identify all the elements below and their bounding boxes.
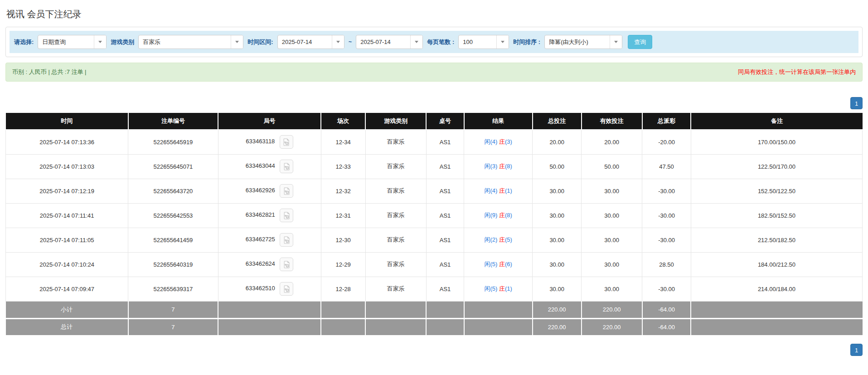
total-payout: -64.00: [642, 318, 691, 336]
query-type-select[interactable]: 日期查询: [38, 35, 107, 49]
cell-valid-bet: 50.00: [582, 154, 642, 179]
cell-total-bet[interactable]: 30.00: [533, 277, 582, 301]
table-header: 时间 注单编号 局号 场次 游戏类别 桌号 结果 总投注 有效投注 总派彩 备注: [6, 113, 863, 130]
chevron-down-icon[interactable]: [610, 35, 622, 49]
round-id-value: 633462624: [246, 260, 275, 267]
col-header-valid-bet: 有效投注: [582, 113, 642, 130]
result-banker: 庄: [499, 212, 505, 219]
table-row: 2025-07-14 07:12:19522655643720633462926…: [6, 179, 863, 203]
pagination-page-1[interactable]: 1: [850, 97, 863, 109]
cell-round-id: 633462725: [218, 228, 321, 252]
cell-session: 12-28: [321, 277, 365, 301]
cell-bet-id: 522655640319: [128, 252, 218, 277]
total-empty: [218, 318, 321, 336]
cell-time: 2025-07-14 07:09:47: [6, 277, 128, 301]
video-replay-button[interactable]: [280, 233, 293, 247]
game-type-value: 百家乐: [139, 38, 231, 46]
cell-remark: 214.00/184.00: [691, 277, 862, 301]
chevron-down-icon[interactable]: [94, 35, 106, 49]
cell-time: 2025-07-14 07:10:24: [6, 252, 128, 277]
cell-session: 12-32: [321, 179, 365, 203]
video-icon: [283, 187, 291, 195]
table-row: 2025-07-14 07:11:41522655642553633462821…: [6, 203, 863, 228]
cell-bet-id: 522655643720: [128, 179, 218, 203]
chevron-down-icon[interactable]: [496, 35, 509, 49]
subtotal-label: 小计: [6, 301, 128, 318]
cell-total-bet[interactable]: 30.00: [533, 179, 582, 203]
round-id-value: 633463118: [246, 138, 275, 145]
result-banker: 庄: [499, 138, 505, 145]
subtotal-valid-bet: 220.00: [582, 301, 642, 318]
cell-result: 闲(5) 庄(1): [464, 277, 533, 301]
sort-order-value: 降冪(由大到小): [545, 38, 610, 46]
cell-remark: 182.50/152.50: [691, 203, 862, 228]
video-replay-button[interactable]: [280, 282, 293, 296]
chevron-down-icon[interactable]: [332, 35, 344, 49]
video-icon: [283, 236, 291, 244]
result-banker: 庄: [499, 261, 505, 268]
result-banker: 庄: [499, 187, 505, 194]
subtotal-empty: [426, 301, 464, 318]
result-banker-score: (1): [505, 285, 512, 292]
date-from-select[interactable]: 2025-07-14: [277, 35, 344, 49]
video-replay-button[interactable]: [280, 135, 293, 149]
cell-total-bet[interactable]: 30.00: [533, 203, 582, 228]
page-size-label: 每页笔数 :: [427, 38, 454, 46]
cell-total-bet[interactable]: 30.00: [533, 228, 582, 252]
page-size-select[interactable]: 100: [458, 35, 509, 49]
cell-table-id: AS1: [426, 130, 464, 154]
result-banker: 庄: [499, 163, 505, 170]
sort-order-label: 时间排序 :: [513, 38, 540, 46]
col-header-bet-id: 注单编号: [128, 113, 218, 130]
cell-valid-bet: 30.00: [582, 252, 642, 277]
cell-bet-id: 522655645919: [128, 130, 218, 154]
subtotal-empty: [321, 301, 365, 318]
cell-result: 闲(4) 庄(3): [464, 130, 533, 154]
cell-total-bet[interactable]: 30.00: [533, 252, 582, 277]
cell-time: 2025-07-14 07:13:36: [6, 130, 128, 154]
result-player: 闲(5): [485, 285, 499, 292]
cell-round-id: 633462510: [218, 277, 321, 301]
video-replay-button[interactable]: [280, 209, 293, 222]
video-replay-button[interactable]: [280, 184, 293, 198]
total-empty: [365, 318, 426, 336]
game-type-label: 游戏类别: [111, 38, 134, 46]
subtotal-row: 小计 7 220.00 220.00 -64.00: [6, 301, 863, 318]
game-type-select[interactable]: 百家乐: [138, 35, 243, 49]
chevron-down-icon[interactable]: [410, 35, 422, 49]
video-replay-button[interactable]: [280, 160, 293, 173]
date-to-select[interactable]: 2025-07-14: [356, 35, 423, 49]
cell-valid-bet: 30.00: [582, 203, 642, 228]
date-to-value: 2025-07-14: [356, 39, 410, 45]
currency-total-text: 币别 : 人民币 | 总共 :7 注单 |: [12, 68, 87, 76]
table-body: 2025-07-14 07:13:36522655645919633463118…: [6, 130, 863, 301]
cell-session: 12-31: [321, 203, 365, 228]
cell-game-type: 百家乐: [365, 130, 426, 154]
search-button[interactable]: 查询: [628, 35, 652, 49]
bet-records-table: 时间 注单编号 局号 场次 游戏类别 桌号 结果 总投注 有效投注 总派彩 备注…: [5, 113, 863, 336]
cell-time: 2025-07-14 07:11:05: [6, 228, 128, 252]
cell-result: 闲(9) 庄(8): [464, 203, 533, 228]
cell-session: 12-33: [321, 154, 365, 179]
pagination-page-1[interactable]: 1: [850, 344, 863, 356]
cell-valid-bet: 30.00: [582, 179, 642, 203]
chevron-down-icon[interactable]: [231, 35, 243, 49]
cell-bet-id: 522655641459: [128, 228, 218, 252]
table-row: 2025-07-14 07:13:03522655645071633463044…: [6, 154, 863, 179]
video-icon: [283, 163, 291, 170]
col-header-result: 结果: [464, 113, 533, 130]
table-row: 2025-07-14 07:13:36522655645919633463118…: [6, 130, 863, 154]
cell-game-type: 百家乐: [365, 203, 426, 228]
result-banker-score: (3): [505, 138, 512, 145]
cell-valid-bet: 20.00: [582, 130, 642, 154]
cell-remark: 184.00/212.50: [691, 252, 862, 277]
cell-total-bet[interactable]: 50.00: [533, 154, 582, 179]
col-header-game-type: 游戏类别: [365, 113, 426, 130]
cell-bet-id: 522655639317: [128, 277, 218, 301]
cell-result: 闲(4) 庄(1): [464, 179, 533, 203]
cell-remark: 170.00/150.00: [691, 130, 862, 154]
cell-total-bet[interactable]: 20.00: [533, 130, 582, 154]
video-replay-button[interactable]: [280, 258, 293, 271]
sort-order-select[interactable]: 降冪(由大到小): [544, 35, 622, 49]
round-id-value: 633463044: [246, 162, 275, 169]
